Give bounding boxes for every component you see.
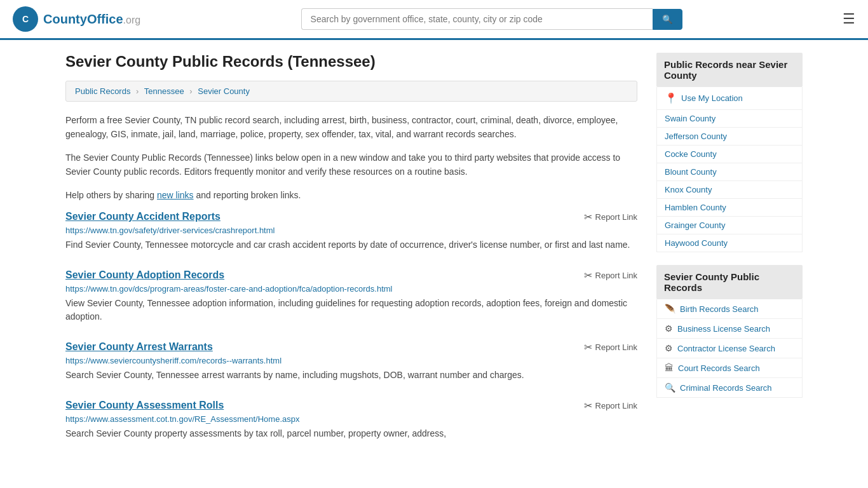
record-url-adoption[interactable]: https://www.tn.gov/dcs/program-areas/fos… — [65, 284, 637, 294]
breadcrumb-tennessee[interactable]: Tennessee — [144, 86, 184, 96]
sidebar-business-license[interactable]: ⚙ Business License Search — [657, 319, 802, 339]
description-3: Help others by sharing new links and rep… — [65, 188, 637, 202]
search-button[interactable]: 🔍 — [653, 9, 682, 30]
logo-area: C CountyOffice.org — [13, 6, 140, 32]
new-links[interactable]: new links — [157, 190, 194, 200]
sidebar-item-swain[interactable]: Swain County — [657, 110, 802, 128]
blount-county-link[interactable]: Blount County — [665, 167, 717, 177]
search-area: 🔍 — [301, 8, 682, 30]
search-icon: 🔍 — [662, 15, 673, 24]
sidebar: Public Records near Sevier County 📍 Use … — [656, 53, 803, 458]
sidebar-contractor-license[interactable]: ⚙ Contractor License Search — [657, 339, 802, 358]
search-input[interactable] — [301, 8, 653, 30]
location-pin-icon: 📍 — [665, 92, 677, 104]
breadcrumb-sep-2: › — [189, 86, 192, 96]
grainger-county-link[interactable]: Grainger County — [665, 220, 725, 230]
sidebar-item-jefferson[interactable]: Jefferson County — [657, 128, 802, 146]
menu-button[interactable]: ☰ — [843, 11, 855, 27]
sidebar-item-blount[interactable]: Blount County — [657, 163, 802, 181]
sidebar-item-haywood[interactable]: Haywood County — [657, 234, 802, 252]
report-icon: ✂ — [584, 269, 592, 281]
page-title: Sevier County Public Records (Tennessee) — [65, 53, 637, 71]
records-section-title: Sevier County Public Records — [656, 265, 803, 299]
hamblen-county-link[interactable]: Hamblen County — [665, 203, 726, 212]
report-link-adoption[interactable]: ✂ Report Link — [584, 269, 637, 281]
record-desc-arrest: Search Sevier County, Tennessee arrest w… — [65, 369, 637, 382]
sidebar-birth-records[interactable]: 🪶 Birth Records Search — [657, 299, 802, 319]
breadcrumb-sevier-county[interactable]: Sevier County — [198, 86, 250, 96]
criminal-records-link[interactable]: Criminal Records Search — [680, 383, 772, 393]
breadcrumb-sep-1: › — [136, 86, 139, 96]
header: C CountyOffice.org 🔍 ☰ — [0, 0, 868, 40]
sidebar-use-location[interactable]: 📍 Use My Location — [657, 87, 802, 110]
record-desc-adoption: View Sevier County, Tennessee adoption i… — [65, 297, 637, 323]
court-records-link[interactable]: Court Records Search — [678, 363, 760, 373]
records-list: Sevier County Accident Reports ✂ Report … — [65, 211, 637, 440]
nearby-county-list: 📍 Use My Location Swain County Jefferson… — [656, 87, 803, 252]
record-title-assessment[interactable]: Sevier County Assessment Rolls — [65, 400, 224, 411]
description-2: The Sevier County Public Records (Tennes… — [65, 151, 637, 179]
description-1: Perform a free Sevier County, TN public … — [65, 113, 637, 142]
record-adoption-records: Sevier County Adoption Records ✂ Report … — [65, 269, 637, 323]
report-icon: ✂ — [584, 341, 592, 353]
breadcrumb: Public Records › Tennessee › Sevier Coun… — [65, 81, 637, 102]
swain-county-link[interactable]: Swain County — [665, 114, 715, 123]
record-accident-reports: Sevier County Accident Reports ✂ Report … — [65, 211, 637, 252]
report-icon: ✂ — [584, 211, 592, 223]
birth-icon: 🪶 — [665, 304, 675, 314]
record-url-arrest[interactable]: https://www.seviercountysheriff.com/reco… — [65, 356, 637, 365]
jefferson-county-link[interactable]: Jefferson County — [665, 132, 727, 141]
sidebar-item-grainger[interactable]: Grainger County — [657, 217, 802, 234]
cocke-county-link[interactable]: Cocke County — [665, 149, 717, 159]
haywood-county-link[interactable]: Haywood County — [665, 238, 728, 248]
main-container: Sevier County Public Records (Tennessee)… — [53, 40, 815, 471]
record-desc-assessment: Search Sevier County property assessment… — [65, 427, 637, 440]
criminal-icon: 🔍 — [665, 383, 675, 393]
content-area: Sevier County Public Records (Tennessee)… — [65, 53, 637, 458]
sidebar-court-records[interactable]: 🏛 Court Records Search — [657, 358, 802, 378]
svg-text:C: C — [22, 14, 29, 24]
court-icon: 🏛 — [665, 363, 674, 373]
breadcrumb-public-records[interactable]: Public Records — [75, 86, 130, 96]
record-title-adoption[interactable]: Sevier County Adoption Records — [65, 269, 224, 281]
report-link-arrest[interactable]: ✂ Report Link — [584, 341, 637, 353]
record-arrest-warrants: Sevier County Arrest Warrants ✂ Report L… — [65, 341, 637, 382]
sidebar-item-cocke[interactable]: Cocke County — [657, 146, 802, 163]
record-url-accident[interactable]: https://www.tn.gov/safety/driver-service… — [65, 226, 637, 235]
business-icon: ⚙ — [665, 323, 673, 334]
record-title-arrest[interactable]: Sevier County Arrest Warrants — [65, 341, 213, 353]
nearby-section-title: Public Records near Sevier County — [656, 53, 803, 87]
record-assessment-rolls: Sevier County Assessment Rolls ✂ Report … — [65, 400, 637, 440]
business-license-link[interactable]: Business License Search — [677, 324, 770, 334]
sidebar-criminal-records[interactable]: 🔍 Criminal Records Search — [657, 378, 802, 397]
contractor-license-link[interactable]: Contractor License Search — [677, 344, 775, 353]
sidebar-item-knox[interactable]: Knox County — [657, 181, 802, 199]
use-my-location-link[interactable]: Use My Location — [681, 93, 743, 103]
logo-icon: C — [13, 6, 38, 32]
sidebar-records-links: 🪶 Birth Records Search ⚙ Business Licens… — [656, 299, 803, 398]
birth-records-link[interactable]: Birth Records Search — [680, 304, 759, 314]
knox-county-link[interactable]: Knox County — [665, 185, 712, 194]
report-icon: ✂ — [584, 400, 592, 412]
record-desc-accident: Find Sevier County, Tennessee motorcycle… — [65, 238, 637, 252]
report-link-accident[interactable]: ✂ Report Link — [584, 211, 637, 223]
logo-text: CountyOffice.org — [43, 12, 140, 27]
sidebar-item-hamblen[interactable]: Hamblen County — [657, 199, 802, 217]
record-title-accident[interactable]: Sevier County Accident Reports — [65, 211, 220, 222]
report-link-assessment[interactable]: ✂ Report Link — [584, 400, 637, 412]
contractor-icon: ⚙ — [665, 343, 673, 353]
record-url-assessment[interactable]: https://www.assessment.cot.tn.gov/RE_Ass… — [65, 414, 637, 424]
